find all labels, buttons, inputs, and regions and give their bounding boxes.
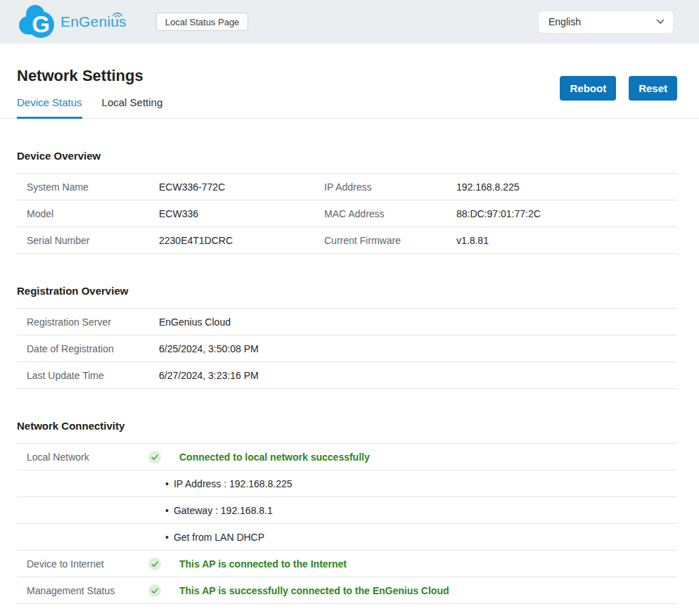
svg-text:G: G <box>32 11 50 37</box>
row-label: Management Status <box>27 585 148 596</box>
language-selected-value: English <box>549 16 581 27</box>
network-connectivity-table: Local Network Connected to local network… <box>17 443 677 604</box>
table-row: Model ECW336 MAC Address 88:DC:97:01:77:… <box>17 200 677 227</box>
row-label: Model <box>27 208 159 219</box>
row-value: 6/27/2024, 3:23:16 PM <box>159 370 677 381</box>
tab-local-setting[interactable]: Local Setting <box>102 96 163 118</box>
status-cell: This AP is connected to the Internet <box>148 558 677 570</box>
detail-row: • IP Address : 192.168.8.225 <box>17 470 677 497</box>
success-check-icon <box>148 558 161 570</box>
language-select[interactable]: English <box>538 11 674 34</box>
status-text: This AP is connected to the Internet <box>179 558 347 570</box>
status-text: This AP is successfully connected to the… <box>179 585 449 596</box>
row-value: 2230E4T1DCRC <box>159 235 324 246</box>
row-label: System Name <box>27 181 159 193</box>
chevron-down-icon <box>656 19 665 25</box>
row-label: IP Address <box>324 181 456 193</box>
success-check-icon <box>148 584 161 597</box>
detail-text: Get from LAN DHCP <box>174 532 264 543</box>
header-bar: G EnGenius Local Status Page English <box>0 0 699 44</box>
row-value: ECW336-772C <box>159 181 324 193</box>
row-value: v1.8.81 <box>456 235 677 246</box>
tab-device-status[interactable]: Device Status <box>17 96 82 119</box>
status-cell: This AP is successfully connected to the… <box>148 584 677 597</box>
registration-overview-table: Registration Server EnGenius Cloud Date … <box>17 308 677 389</box>
success-check-icon <box>148 451 161 463</box>
row-label: Registration Server <box>27 316 159 328</box>
row-label: Last Update Time <box>27 370 159 381</box>
row-label: Device to Internet <box>27 558 148 570</box>
wifi-icon <box>111 10 124 18</box>
row-value: 192.168.8.225 <box>456 181 677 193</box>
page-header: Network Settings Device Status Local Set… <box>0 44 699 119</box>
bullet-icon: • <box>165 532 169 543</box>
device-overview-title: Device Overview <box>17 150 677 162</box>
detail-row: • Gateway : 192.168.8.1 <box>17 497 677 524</box>
table-row: Last Update Time 6/27/2024, 3:23:16 PM <box>17 362 677 389</box>
row-label: Current Firmware <box>324 235 456 246</box>
row-value: 6/25/2024, 3:50:08 PM <box>159 343 677 354</box>
detail-row: • Get from LAN DHCP <box>17 524 677 551</box>
table-row: Management Status This AP is successfull… <box>17 577 677 604</box>
status-text: Connected to local network successfully <box>179 451 370 463</box>
table-row: Registration Server EnGenius Cloud <box>17 309 677 335</box>
reset-button[interactable]: Reset <box>629 76 677 101</box>
row-value: EnGenius Cloud <box>159 316 677 328</box>
detail-text: Gateway : 192.168.8.1 <box>174 505 273 516</box>
table-row: Local Network Connected to local network… <box>17 444 677 470</box>
bullet-icon: • <box>165 478 169 489</box>
reboot-button[interactable]: Reboot <box>560 76 616 101</box>
table-row: System Name ECW336-772C IP Address 192.1… <box>17 174 677 200</box>
row-label: MAC Address <box>324 208 456 219</box>
local-status-page-button[interactable]: Local Status Page <box>156 13 249 31</box>
cloud-logo-icon: G <box>17 3 56 41</box>
row-value: 88:DC:97:01:77:2C <box>456 208 677 219</box>
row-label: Serial Number <box>27 235 159 246</box>
row-label: Date of Registration <box>27 343 159 354</box>
table-row: Serial Number 2230E4T1DCRC Current Firmw… <box>17 227 677 254</box>
bullet-icon: • <box>165 505 169 516</box>
registration-overview-title: Registration Overview <box>17 285 677 297</box>
table-row: Device to Internet This AP is connected … <box>17 551 677 577</box>
row-value: ECW336 <box>159 208 324 219</box>
network-connectivity-title: Network Connectivity <box>17 420 677 432</box>
row-label: Local Network <box>27 451 148 463</box>
main-content: Device Overview System Name ECW336-772C … <box>0 150 699 604</box>
detail-text: IP Address : 192.168.8.225 <box>174 478 293 489</box>
status-cell: Connected to local network successfully <box>148 451 677 463</box>
action-buttons: Reboot Reset <box>560 76 677 101</box>
device-overview-table: System Name ECW336-772C IP Address 192.1… <box>17 173 677 254</box>
table-row: Date of Registration 6/25/2024, 3:50:08 … <box>17 335 677 362</box>
engenius-logo: G EnGenius <box>17 3 139 41</box>
